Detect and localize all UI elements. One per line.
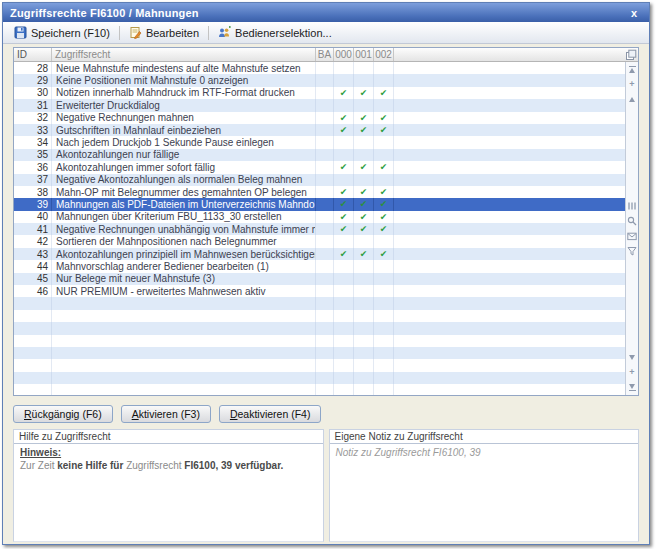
row-000-check[interactable] [334,260,354,272]
table-row[interactable]: 33 Gutschriften in Mahnlauf einbeziehen … [14,124,625,136]
empty-row[interactable] [14,384,625,395]
operator-selection-button[interactable]: Bedienerselektion... [212,25,338,40]
row-001-check[interactable] [354,359,374,371]
row-ba-check[interactable] [316,99,334,111]
table-row[interactable]: 43 Akontozahlungen prinzipiell im Mahnwe… [14,248,625,260]
table-row[interactable]: 28 Neue Mahnstufe mindestens auf alte Ma… [14,62,625,74]
row-ba-check[interactable] [316,384,334,395]
row-001-check[interactable] [354,297,374,309]
row-ba-check[interactable] [316,198,334,210]
row-002-check[interactable]: ✔ [374,198,394,210]
row-001-check[interactable] [354,99,374,111]
row-002-check[interactable]: ✔ [374,161,394,173]
table-row[interactable]: 44 Mahnvorschlag anderer Bediener bearbe… [14,260,625,272]
row-000-check[interactable]: ✔ [334,223,354,235]
row-002-check[interactable] [374,347,394,359]
row-001-check[interactable]: ✔ [354,248,374,260]
table-row[interactable]: 42 Sortieren der Mahnpositionen nach Bel… [14,235,625,247]
table-row[interactable]: 34 Nach jedem Druckjob 1 Sekunde Pause e… [14,136,625,148]
row-002-check[interactable]: ✔ [374,248,394,260]
column-header-000[interactable]: 000 [334,48,354,61]
row-ba-check[interactable] [316,372,334,384]
row-002-check[interactable]: ✔ [374,186,394,198]
row-002-check[interactable] [374,372,394,384]
empty-row[interactable] [14,297,625,309]
row-001-check[interactable] [354,74,374,86]
empty-row[interactable] [14,310,625,322]
row-ba-check[interactable] [316,273,334,285]
grid-header-row[interactable]: ID Zugriffsrecht BA 000 001 002 [14,48,638,62]
row-ba-check[interactable] [316,74,334,86]
scroll-down-icon[interactable] [627,352,638,363]
row-add-icon[interactable]: + [627,367,638,378]
row-000-check[interactable] [334,322,354,334]
row-001-check[interactable] [354,384,374,395]
activate-button[interactable]: Aktivieren (F3) [121,405,211,423]
row-ba-check[interactable] [316,149,334,161]
row-002-check[interactable] [374,62,394,74]
column-header-id[interactable]: ID [14,48,52,61]
row-000-check[interactable] [334,347,354,359]
row-ba-check[interactable] [316,223,334,235]
row-002-check[interactable] [374,384,394,395]
row-ba-check[interactable] [316,174,334,186]
row-000-check[interactable] [334,372,354,384]
empty-row[interactable] [14,347,625,359]
table-row[interactable]: 41 Negative Rechnungen unabhängig von Ma… [14,223,625,235]
undo-button[interactable]: Rückgängig (F6) [13,405,113,423]
row-000-check[interactable] [334,310,354,322]
note-panel-body[interactable]: Notiz zu Zugriffsrecht FI6100, 39 [330,444,639,541]
row-001-check[interactable] [354,322,374,334]
row-ba-check[interactable] [316,124,334,136]
row-001-check[interactable]: ✔ [354,211,374,223]
scroll-bottom-icon[interactable] [627,382,638,393]
row-002-check[interactable] [374,99,394,111]
close-icon[interactable]: x [626,7,642,19]
table-row[interactable]: 46 NUR PREMIUM - erweitertes Mahnwesen a… [14,285,625,297]
row-ba-check[interactable] [316,87,334,99]
row-002-check[interactable]: ✔ [374,223,394,235]
row-001-check[interactable]: ✔ [354,87,374,99]
row-001-check[interactable] [354,273,374,285]
row-000-check[interactable] [334,74,354,86]
row-001-check[interactable] [354,260,374,272]
table-row[interactable]: 38 Mahn-OP mit Belegnummer des gemahnten… [14,186,625,198]
row-001-check[interactable] [354,174,374,186]
row-002-check[interactable]: ✔ [374,112,394,124]
row-000-check[interactable] [334,99,354,111]
row-000-check[interactable]: ✔ [334,198,354,210]
table-row[interactable]: 39 Mahnungen als PDF-Dateien im Unterver… [14,198,625,210]
row-ba-check[interactable] [316,335,334,347]
table-row[interactable]: 35 Akontozahlungen nur fällige [14,149,625,161]
row-000-check[interactable] [334,297,354,309]
row-002-check[interactable] [374,136,394,148]
scroll-top-icon[interactable] [627,64,638,75]
row-ba-check[interactable] [316,260,334,272]
row-ba-check[interactable] [316,285,334,297]
row-ba-check[interactable] [316,322,334,334]
row-001-check[interactable] [354,347,374,359]
row-000-check[interactable]: ✔ [334,87,354,99]
row-000-check[interactable]: ✔ [334,124,354,136]
empty-row[interactable] [14,372,625,384]
row-002-check[interactable] [374,260,394,272]
row-000-check[interactable] [334,62,354,74]
empty-row[interactable] [14,335,625,347]
row-ba-check[interactable] [316,62,334,74]
search-icon[interactable] [627,216,638,227]
row-002-check[interactable] [374,174,394,186]
row-ba-check[interactable] [316,248,334,260]
column-header-002[interactable]: 002 [374,48,394,61]
row-000-check[interactable] [334,149,354,161]
row-001-check[interactable] [354,149,374,161]
row-ba-check[interactable] [316,297,334,309]
row-002-check[interactable] [374,235,394,247]
row-ba-check[interactable] [316,211,334,223]
row-002-check[interactable]: ✔ [374,211,394,223]
row-ba-check[interactable] [316,186,334,198]
row-000-check[interactable]: ✔ [334,112,354,124]
row-001-check[interactable] [354,136,374,148]
grid-body[interactable]: 28 Neue Mahnstufe mindestens auf alte Ma… [14,62,638,395]
row-002-check[interactable] [374,74,394,86]
row-002-check[interactable] [374,149,394,161]
